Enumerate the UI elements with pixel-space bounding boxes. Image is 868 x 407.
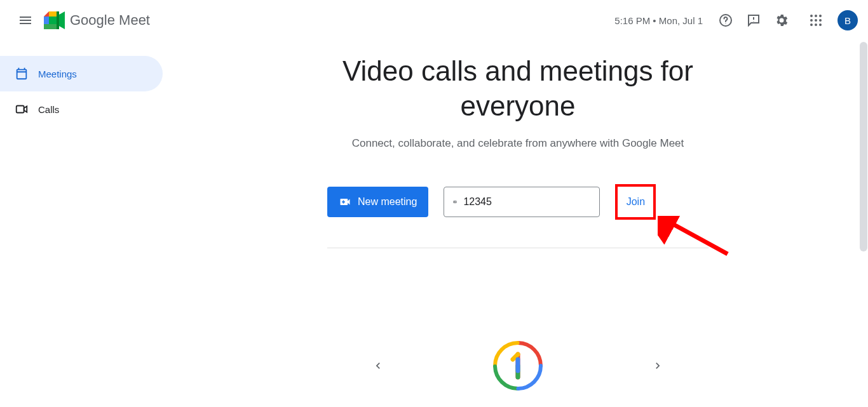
action-row: New meeting Join: [327, 184, 709, 248]
product-logo[interactable]: Google Meet: [43, 9, 150, 32]
svg-point-10: [819, 15, 822, 17]
sidebar-item-calls[interactable]: Calls: [0, 91, 163, 127]
chevron-right-icon: [651, 359, 664, 372]
product-name-google: Google: [70, 12, 115, 28]
keyboard-icon: [453, 195, 457, 209]
carousel-next-button[interactable]: [645, 353, 670, 378]
header: Google Meet 5:16 PM • Mon, Jul 1 B: [0, 0, 868, 41]
chevron-left-icon: [372, 359, 384, 372]
scrollbar[interactable]: [860, 42, 867, 251]
svg-rect-0: [49, 11, 57, 17]
account-avatar[interactable]: B: [837, 10, 858, 30]
meet-logo-icon: [43, 9, 66, 32]
new-meeting-label: New meeting: [358, 196, 417, 208]
hero-section: Video calls and meetings for everyone Co…: [327, 53, 709, 150]
annotation-join-highlight: Join: [615, 184, 656, 220]
svg-point-12: [815, 19, 817, 22]
sidebar-item-meetings[interactable]: Meetings: [0, 56, 163, 91]
svg-rect-3: [49, 17, 57, 24]
meeting-code-input[interactable]: [463, 196, 590, 208]
product-name-meet: Meet: [115, 12, 150, 28]
support-button[interactable]: [713, 8, 738, 33]
calendar-icon: [14, 66, 29, 81]
promo-carousel: [178, 324, 858, 407]
apps-grid-icon: [810, 14, 822, 27]
new-meeting-button[interactable]: New meeting: [327, 187, 428, 217]
product-name: Google Meet: [70, 12, 150, 29]
svg-point-5: [725, 23, 726, 23]
google-one-logo: [492, 340, 543, 391]
svg-point-8: [810, 15, 813, 17]
new-meeting-icon: [339, 196, 351, 208]
svg-point-11: [810, 19, 813, 22]
svg-point-9: [815, 15, 817, 17]
feedback-icon: [746, 13, 761, 28]
hero-title: Video calls and meetings for everyone: [327, 53, 709, 123]
header-datetime: 5:16 PM • Mon, Jul 1: [614, 15, 703, 26]
feedback-button[interactable]: [741, 8, 766, 33]
hamburger-icon: [18, 13, 33, 28]
join-button[interactable]: Join: [618, 189, 654, 215]
svg-point-7: [753, 21, 754, 22]
sidebar-item-label: Calls: [38, 104, 59, 115]
header-actions: 5:16 PM • Mon, Jul 1 B: [614, 8, 858, 33]
join-label: Join: [627, 196, 645, 207]
svg-rect-2: [44, 24, 57, 29]
main-menu-button[interactable]: [10, 5, 41, 36]
gear-icon: [774, 13, 789, 28]
svg-rect-17: [17, 106, 24, 113]
code-input-container[interactable]: [444, 187, 600, 217]
settings-button[interactable]: [769, 8, 794, 33]
carousel-prev-button[interactable]: [365, 353, 391, 378]
sidebar-item-label: Meetings: [38, 69, 77, 79]
svg-point-14: [810, 23, 813, 26]
sidebar-nav: Meetings Calls: [0, 56, 163, 127]
video-call-icon: [14, 102, 29, 117]
help-icon: [718, 13, 733, 28]
svg-point-13: [819, 19, 822, 22]
avatar-initial: B: [844, 15, 851, 26]
svg-rect-1: [44, 17, 49, 24]
hero-subtitle: Connect, collaborate, and celebrate from…: [327, 137, 709, 150]
apps-button[interactable]: [803, 8, 829, 33]
svg-point-15: [815, 23, 817, 26]
svg-point-16: [819, 23, 822, 26]
